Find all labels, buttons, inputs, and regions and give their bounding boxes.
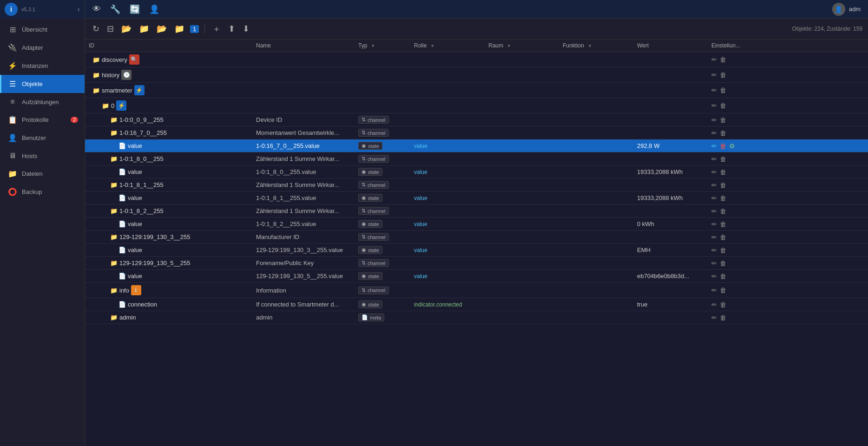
table-row[interactable]: 📁 info ℹ Information⇅ channel ✏ 🗑 <box>85 283 868 298</box>
col-funktion[interactable]: Funktion ▼ <box>559 40 633 52</box>
delete-icon[interactable]: 🗑 <box>720 194 726 202</box>
refresh-button[interactable]: ↻ <box>91 23 101 35</box>
folder-close-button[interactable]: 📁 <box>172 23 186 35</box>
table-row[interactable]: 📁 129-129:199_130_5__255 Forename/Public… <box>85 257 868 270</box>
edit-icon[interactable]: ✏ <box>711 220 717 228</box>
edit-icon[interactable]: ✏ <box>711 155 717 163</box>
delete-icon[interactable]: 🗑 <box>720 155 726 163</box>
table-row[interactable]: 📁 1-0:1_8_1__255 Zählerstand 1 Summe Wir… <box>85 179 868 192</box>
sidebar-item-aufzaehlungen[interactable]: ≡ Aufzählungen <box>0 93 85 111</box>
table-row[interactable]: 📄 value 1-0:1_8_2__255.value◉ statevalue… <box>85 218 868 231</box>
delete-icon[interactable]: 🗑 <box>720 71 726 79</box>
edit-icon[interactable]: ✏ <box>711 102 717 109</box>
table-row[interactable]: 📄 value 129-129:199_130_5__255.value◉ st… <box>85 270 868 283</box>
edit-icon[interactable]: ✏ <box>711 194 717 202</box>
person-icon[interactable]: 👤 <box>149 4 159 14</box>
delete-icon[interactable]: 🗑 <box>720 142 726 150</box>
table-row[interactable]: 📄 value 1-0:1_8_0__255.value◉ statevalue… <box>85 166 868 179</box>
columns-button[interactable]: ⊟ <box>105 23 116 35</box>
table-row[interactable]: 📄 value 1-0:1_8_1__255.value◉ statevalue… <box>85 192 868 205</box>
sidebar-item-hosts[interactable]: 🖥 Hosts <box>0 147 85 165</box>
table-row[interactable]: 📁 129-129:199_130_3__255 Manufacturer ID… <box>85 231 868 244</box>
settings-icon[interactable]: ⚙ <box>729 142 735 150</box>
table-row[interactable]: 📁 admin admin📄 meta ✏ 🗑 <box>85 311 868 324</box>
col-wert[interactable]: Wert <box>633 40 708 52</box>
edit-icon[interactable]: ✏ <box>711 246 717 254</box>
sidebar-item-objekte[interactable]: ☰ Objekte <box>0 75 85 93</box>
actions-cell: ✏ 🗑 <box>708 179 868 192</box>
edit-icon[interactable]: ✏ <box>711 56 717 63</box>
edit-icon[interactable]: ✏ <box>711 142 717 150</box>
delete-icon[interactable]: 🗑 <box>720 207 726 215</box>
table-row[interactable]: 📄 value 1-0:16_7_0__255.value◉ statevalu… <box>85 140 868 153</box>
state-type-icon: ◉ <box>362 273 366 279</box>
edit-icon[interactable]: ✏ <box>711 260 717 267</box>
table-row[interactable]: 📄 value 129-129:199_130_3__255.value◉ st… <box>85 244 868 257</box>
table-row[interactable]: 📁 smartmeter ⚡ ✏ 🗑 <box>85 83 868 98</box>
col-rolle[interactable]: Rolle ▼ <box>410 40 485 52</box>
edit-icon[interactable]: ✏ <box>711 168 717 176</box>
col-einstellungen[interactable]: Einstellun... <box>708 40 868 52</box>
delete-icon[interactable]: 🗑 <box>720 181 726 189</box>
table-row[interactable]: 📄 connection If connected to Smartmeter … <box>85 298 868 311</box>
folder-open-button[interactable]: 📂 <box>155 23 169 35</box>
col-name[interactable]: Name <box>252 40 355 52</box>
collapse-folder-button[interactable]: 📁 <box>137 23 151 35</box>
sync-icon[interactable]: 🔄 <box>130 4 140 14</box>
edit-icon[interactable]: ✏ <box>711 233 717 241</box>
sidebar-item-instanzen[interactable]: ⚡ Instanzen <box>0 57 85 75</box>
table-row[interactable]: 📁 discovery 🔍 ✏ 🗑 <box>85 52 868 67</box>
delete-icon[interactable]: 🗑 <box>720 301 726 308</box>
edit-icon[interactable]: ✏ <box>711 314 717 321</box>
one-button[interactable]: 1 <box>190 25 199 33</box>
table-row[interactable]: 📁 0 ⚡ ✏ 🗑 <box>85 98 868 113</box>
add-button[interactable]: ＋ <box>210 22 223 35</box>
sidebar-item-uebersicht[interactable]: ⊞ Übersicht <box>0 20 85 39</box>
col-raum[interactable]: Raum ▼ <box>485 40 559 52</box>
edit-icon[interactable]: ✏ <box>711 181 717 189</box>
table-row[interactable]: 📁 1-0:1_8_0__255 Zählerstand 1 Summe Wir… <box>85 153 868 166</box>
edit-icon[interactable]: ✏ <box>711 116 717 124</box>
edit-icon[interactable]: ✏ <box>711 71 717 79</box>
raum-sort-icon: ▼ <box>506 43 511 48</box>
table-row[interactable]: 📁 history 🕒 ✏ 🗑 <box>85 67 868 83</box>
delete-icon[interactable]: 🗑 <box>720 129 726 137</box>
edit-icon[interactable]: ✏ <box>711 273 717 280</box>
edit-icon[interactable]: ✏ <box>711 207 717 215</box>
wrench-icon[interactable]: 🔧 <box>110 4 120 14</box>
typ-cell: ◉ state <box>355 192 410 205</box>
delete-icon[interactable]: 🗑 <box>720 102 726 109</box>
col-id[interactable]: ID <box>85 40 252 52</box>
sidebar-collapse-button[interactable]: ‹ <box>78 5 80 13</box>
delete-icon[interactable]: 🗑 <box>720 87 726 94</box>
sidebar-item-benutzer[interactable]: 👤 Benutzer <box>0 129 85 147</box>
delete-icon[interactable]: 🗑 <box>720 273 726 280</box>
sidebar-item-backup[interactable]: ⭕ Backup <box>0 183 85 201</box>
table-row[interactable]: 📁 1-0:16_7_0__255 Momentanwert Gesamtwir… <box>85 126 868 140</box>
edit-icon[interactable]: ✏ <box>711 301 717 308</box>
delete-icon[interactable]: 🗑 <box>720 246 726 254</box>
table-row[interactable]: 📁 1-0:0_0_9__255 Device ID⇅ channel ✏ 🗑 <box>85 113 868 126</box>
delete-icon[interactable]: 🗑 <box>720 116 726 124</box>
wert-cell <box>633 311 708 324</box>
edit-icon[interactable]: ✏ <box>711 129 717 137</box>
col-typ[interactable]: Typ ▼ <box>355 40 410 52</box>
delete-icon[interactable]: 🗑 <box>720 286 726 294</box>
upload-button[interactable]: ⬆ <box>226 23 237 35</box>
delete-icon[interactable]: 🗑 <box>720 314 726 321</box>
expand-all-button[interactable]: 📂 <box>119 23 133 35</box>
table-row[interactable]: 📁 1-0:1_8_2__255 Zählerstand 1 Summe Wir… <box>85 205 868 218</box>
delete-icon[interactable]: 🗑 <box>720 56 726 63</box>
sidebar-item-protokolle[interactable]: 📋 Protokolle 2 <box>0 111 85 129</box>
download-button[interactable]: ⬇ <box>241 23 251 35</box>
delete-icon[interactable]: 🗑 <box>720 260 726 267</box>
state-type-icon: ◉ <box>362 195 366 201</box>
delete-icon[interactable]: 🗑 <box>720 168 726 176</box>
delete-icon[interactable]: 🗑 <box>720 220 726 228</box>
delete-icon[interactable]: 🗑 <box>720 233 726 241</box>
sidebar-item-adapter[interactable]: 🔌 Adapter <box>0 39 85 57</box>
edit-icon[interactable]: ✏ <box>711 286 717 294</box>
sidebar-item-dateien[interactable]: 📁 Dateien <box>0 165 85 183</box>
edit-icon[interactable]: ✏ <box>711 87 717 94</box>
eye-icon[interactable]: 👁 <box>92 4 101 14</box>
